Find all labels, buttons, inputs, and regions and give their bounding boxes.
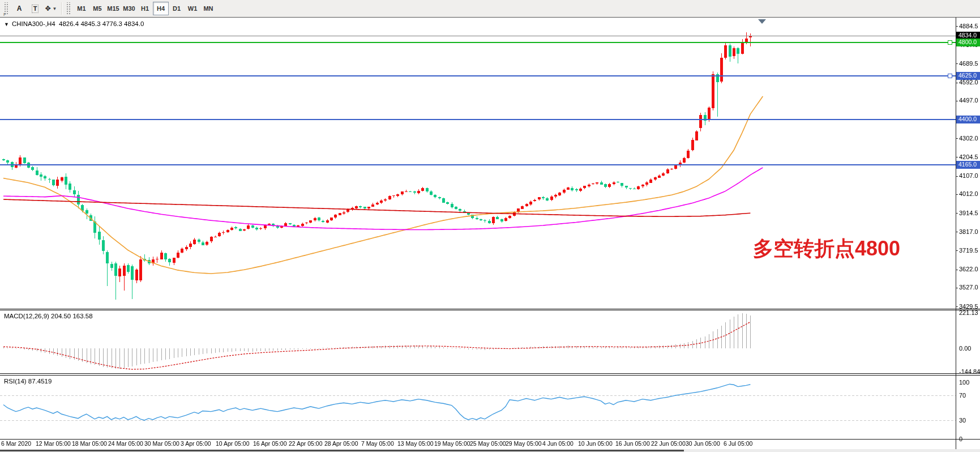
- price-tick-label: 4302.0: [959, 135, 978, 142]
- panel-separator[interactable]: [0, 310, 980, 310]
- text-tool-label: T: [32, 5, 39, 13]
- timeframe-button-H4[interactable]: H4: [153, 2, 169, 15]
- macd-scale-label: 0.00: [959, 345, 971, 352]
- panel-separator[interactable]: [0, 309, 980, 309]
- time-label: 7 May 05:00: [361, 440, 394, 447]
- rsi-scale-label: 30: [959, 417, 966, 424]
- trading-platform-window: F A T ✥ ▼ M1M5M15M30H1H4D1W1MN ▼CHINA300…: [0, 0, 980, 452]
- time-label: 22 Jun 05:00: [651, 440, 686, 447]
- timeframe-button-H1[interactable]: H1: [137, 2, 153, 15]
- time-label: 6 Jul 05:00: [724, 440, 752, 447]
- chart-title: ▼CHINA300-,H4 4826.4 4845.3 4776.3 4834.…: [4, 20, 144, 27]
- price-badge-4625.0: 4625.0: [956, 72, 980, 80]
- price-tick-label: 4884.5: [959, 23, 978, 29]
- time-label: 10 Jun 05:00: [578, 440, 613, 447]
- rsi-indicator-label: RSI(14) 87.4519: [4, 378, 52, 385]
- chart-ohlc-values: 4826.4 4845.3 4776.3 4834.0: [59, 20, 144, 27]
- panel-separator[interactable]: [0, 373, 980, 374]
- timeframe-button-M1[interactable]: M1: [74, 2, 89, 15]
- panel-separator[interactable]: [0, 375, 980, 376]
- arrow-marker-icon[interactable]: [758, 19, 766, 24]
- chart-menu-arrow-icon[interactable]: ▼: [4, 22, 9, 27]
- rsi-scale-label: 100: [959, 379, 969, 386]
- time-label: 16 Jun 05:00: [615, 440, 650, 447]
- time-label: 12 Mar 05:00: [36, 440, 71, 447]
- timeframe-button-W1[interactable]: W1: [185, 2, 200, 15]
- toolbar: F A T ✥ ▼ M1M5M15M30H1H4D1W1MN: [0, 0, 980, 18]
- font-tool-label: A: [17, 5, 22, 12]
- price-tick-label: 3817.0: [959, 228, 978, 235]
- macd-title: MACD(12,26,9): [4, 313, 49, 319]
- chart-symbol-label: CHINA300-,H4: [12, 20, 55, 27]
- time-label: 10 Apr 05:00: [216, 440, 250, 447]
- rsi-title: RSI(14): [4, 378, 27, 385]
- macd-scale-label: -144.84: [959, 368, 980, 375]
- price-tick-label: 3719.5: [959, 247, 978, 254]
- toolbar-grip-icon[interactable]: F: [3, 2, 9, 15]
- time-label: 30 Jun 05:00: [686, 440, 720, 447]
- horizontal-scrollbar-thumb[interactable]: [0, 450, 684, 451]
- time-axis-border: [0, 439, 980, 440]
- time-label: 13 May 05:00: [397, 440, 434, 447]
- rsi-scale-label: 70: [959, 392, 966, 399]
- time-label: 24 Mar 05:00: [108, 440, 143, 447]
- price-tick-label: 4012.0: [959, 190, 978, 197]
- time-label: 18 Mar 05:00: [72, 440, 107, 447]
- time-label: 4 Jun 05:00: [542, 440, 574, 447]
- price-tick-label: 4107.0: [959, 172, 978, 179]
- price-badge-4400.0: 4400.0: [956, 116, 980, 123]
- pointer-tool-button[interactable]: ✥ ▼: [44, 2, 58, 15]
- price-tick-label: 4204.5: [959, 153, 978, 160]
- price-badge-4165.0: 4165.0: [956, 161, 980, 169]
- time-label: 16 Apr 05:00: [253, 440, 287, 447]
- time-label: 22 Apr 05:00: [289, 440, 323, 447]
- timeframe-button-M5[interactable]: M5: [89, 2, 105, 15]
- macd-indicator-label: MACD(12,26,9) 204.50 163.58: [4, 313, 93, 319]
- price-annotation-text[interactable]: 多空转折点4800: [753, 235, 900, 263]
- timeframe-button-MN[interactable]: MN: [200, 2, 216, 15]
- horizontal-scrollbar[interactable]: [0, 449, 980, 452]
- timeframe-grip-icon[interactable]: [66, 2, 71, 15]
- time-label: 29 May 05:00: [506, 440, 542, 447]
- price-axis-border: [956, 18, 956, 449]
- time-label: 28 Apr 05:00: [324, 440, 358, 447]
- time-label: 25 May 05:00: [470, 440, 506, 447]
- timeframe-button-M15[interactable]: M15: [105, 2, 121, 15]
- price-tick-label: 3527.0: [959, 284, 978, 291]
- macd-values: 204.50 163.58: [51, 313, 93, 319]
- timeframe-button-D1[interactable]: D1: [169, 2, 185, 15]
- chart-area: ▼CHINA300-,H4 4826.4 4845.3 4776.3 4834.…: [0, 17, 980, 452]
- time-label: 30 Mar 05:00: [144, 440, 179, 447]
- time-label: 3 Apr 05:00: [181, 440, 211, 447]
- dropdown-caret-icon: ▼: [53, 6, 57, 11]
- timeframe-button-M30[interactable]: M30: [121, 2, 137, 15]
- price-tick-label: 3622.0: [959, 266, 978, 272]
- price-badge-4800.0: 4800.0: [956, 39, 980, 46]
- text-tool-button[interactable]: T: [28, 2, 42, 15]
- price-tick-label: 3914.5: [959, 210, 978, 216]
- time-label: 19 May 05:00: [434, 440, 470, 447]
- pointer-tool-icon: ✥: [45, 5, 51, 12]
- price-tick-label: 4689.5: [959, 60, 978, 67]
- rsi-value: 87.4519: [28, 378, 52, 385]
- price-tick-label: 4497.0: [959, 97, 978, 104]
- time-label: 6 Mar 2020: [1, 440, 31, 447]
- toolbar-separator: [61, 2, 62, 15]
- font-tool-button[interactable]: A: [12, 2, 27, 15]
- timeframe-toolbar: M1M5M15M30H1H4D1W1MN: [74, 2, 216, 15]
